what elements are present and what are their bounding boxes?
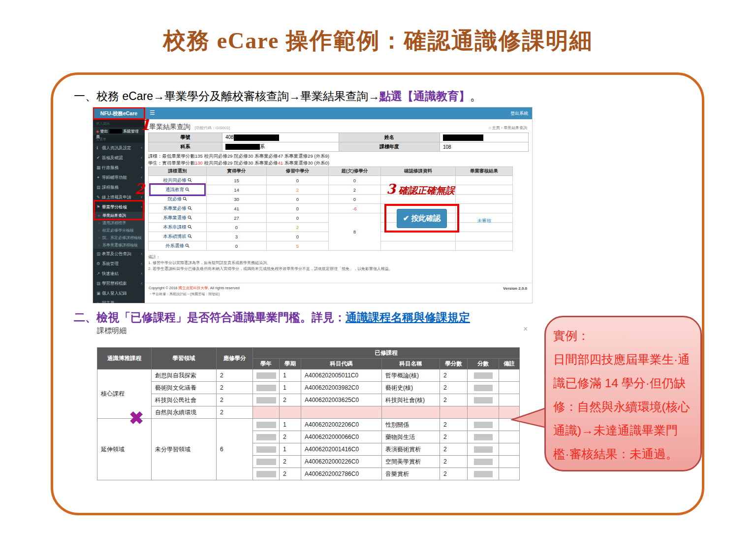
sidebar-item-system-admin[interactable]: ⚙系統管理‹: [93, 259, 145, 268]
category-link[interactable]: 外系選修: [149, 241, 207, 251]
sidebar-subitem-college-required[interactable]: ○院、系定必修課程檢核: [93, 234, 145, 241]
student-id-label: 學號: [149, 133, 222, 142]
circle-icon: ○: [98, 234, 102, 242]
annotation-red-box-brand: [93, 107, 145, 120]
callout-line: 檻·審核結果：未通過。: [553, 442, 700, 466]
course-name-cell: 科技與社會(核): [382, 394, 440, 406]
student-summary-line: 學生：實得畢業學分數130 校共同必修29 院必修30 系專業必修41 系專業選…: [148, 160, 329, 167]
course-name-cell: 音樂賞析: [382, 468, 440, 480]
semester-cell: 2: [280, 468, 301, 480]
sidebar-subitem-curriculum-standard[interactable]: ○適用課程標準: [93, 219, 145, 227]
sidebar-subitem-school-required[interactable]: ○校定必修學分檢核: [93, 227, 145, 234]
info-icon: ℹ: [96, 143, 102, 153]
category-link[interactable]: 本系非課標: [149, 223, 207, 232]
course-name-cell: 藥物與生活: [382, 431, 440, 443]
grid-icon: ▦: [96, 163, 102, 172]
sidebar-item-personal-info[interactable]: ℹ個人資訊及設定‹: [93, 143, 145, 153]
category-link[interactable]: 系專業選修: [149, 213, 207, 223]
link-icon: ↗: [96, 268, 102, 278]
table-row: 學號 408 姓名: [149, 133, 529, 142]
sidebar-item-label: 系統管理: [102, 261, 119, 266]
magnifier-icon: [188, 206, 192, 210]
redacted-year: [256, 446, 276, 453]
table-header-row: 課標選別 實得學分 修習中學分 超(欠)修學分 確認修課資料 畢業審核結果: [149, 167, 513, 176]
sidebar-item-label: 課程服務: [102, 185, 119, 190]
callout-line: 實例：: [553, 324, 700, 348]
course-code-cell: A4006202003982C0: [301, 382, 382, 394]
annotation-purple-box-general-education: [149, 183, 206, 196]
cell: [456, 176, 513, 185]
table-row: 延伸領域 未分學習領域 6 1 A4006202002206C0 性別關係 2: [97, 419, 520, 431]
year-cell: [253, 382, 280, 394]
redacted-year: [256, 385, 276, 391]
page-title: 校務 eCare 操作範例：確認通識修課明細: [0, 26, 756, 56]
semester-cell: 2: [280, 431, 301, 443]
sidebar-item-login-history[interactable]: ▣個人登入紀錄: [93, 288, 145, 298]
detail-panel-title: 課標明細: [97, 326, 126, 335]
cell: 2: [267, 223, 329, 232]
gear-icon: ⚙: [96, 259, 102, 268]
cell: [381, 232, 456, 241]
sidebar-item-admin-service[interactable]: ▦行政服務‹: [93, 163, 145, 172]
breadcrumb-home[interactable]: 主頁: [492, 126, 500, 130]
confirm-button[interactable]: ✔ 按此確認: [397, 209, 447, 228]
column-header: 修習中學分: [267, 167, 329, 176]
remark-cell: [499, 443, 520, 456]
hamburger-menu-icon[interactable]: ☰: [150, 109, 155, 116]
cell: 0: [267, 176, 329, 185]
table-row-missing-area: 自然與永續環境 2: [97, 406, 520, 419]
name-label: 姓名: [339, 133, 440, 142]
sidebar-item-sign-confirm[interactable]: ✔簽核及確認‹: [93, 153, 145, 163]
logout-system-button[interactable]: 登出系統: [510, 110, 528, 117]
sidebar-item-label: 回主頁: [102, 301, 115, 303]
step1-highlight: 點選【通識教育】: [379, 90, 470, 102]
status-dot-icon: ◉: [96, 130, 99, 133]
category-link[interactable]: 系專業必修: [149, 204, 207, 213]
course-name-cell: 哲學概論(核): [382, 369, 440, 382]
redacted-name: [443, 134, 483, 141]
required-credits-cell: 2: [217, 369, 253, 382]
step2-instruction: 二、檢視「已修課程」是否符合通識畢業門檻。詳見：通識課程名稱與修課規定: [74, 310, 470, 325]
redacted-score: [474, 471, 493, 477]
remark-cell: [499, 369, 520, 382]
sidebar-item-label: 個人登入紀錄: [102, 291, 127, 296]
cell: 5: [267, 241, 329, 251]
redacted-score: [474, 385, 493, 391]
regulation-link[interactable]: 通識課程名稱與修課規定: [346, 311, 470, 324]
year-cell: [253, 468, 280, 480]
score-cell: [468, 394, 499, 406]
curriculum-summary-line: 課標：最低畢業學分數135 校共同必修29 院必修30 系專業必修47 系專業選…: [148, 153, 329, 160]
sidebar-item-portfolio[interactable]: ▨學習歷程檔案‹: [93, 278, 145, 288]
redacted-score: [474, 422, 493, 428]
note-line: 1. 修習中學分以實際選課為準，如有疑問請至貴系或教學業務組洽詢。: [148, 260, 393, 266]
school-link[interactable]: 國立虎尾科技大學: [179, 286, 208, 290]
cell: [456, 204, 513, 213]
credits-cell: 2: [440, 431, 468, 443]
sidebar-item-forms[interactable]: ▥表單及公告查詢‹: [93, 249, 145, 259]
page-heading: 畢業結果查詢 [功能代碼：GIS001]: [149, 123, 230, 132]
cell: [456, 195, 513, 204]
tutorial-page: 校務 eCare 操作範例：確認通識修課明細 一、校務 eCare→畢業學分及離…: [0, 0, 756, 535]
sidebar-item-home[interactable]: ⌂回主頁: [93, 298, 145, 303]
category-link[interactable]: 本系碩博班: [149, 232, 207, 241]
notes: 備註： 1. 修習中學分以實際選課為準，如有疑問請至貴系或教學業務組洽詢。 2.…: [148, 254, 393, 272]
area-cell: 創思與自我探索: [152, 369, 217, 382]
student-info-table: 學號 408 姓名 科系 系 課標年度 108: [148, 133, 529, 152]
logout-row[interactable]: ◉ 登出 系統管理員: [93, 127, 145, 135]
close-icon[interactable]: ×: [523, 325, 528, 334]
screen-title: 畢業結果查詢: [149, 123, 190, 131]
platform-line: －平台維運：系統設計組～(飛騰雲端：開發組): [149, 292, 527, 297]
credits-cell: 2: [440, 369, 468, 382]
empty-missing-cell: [382, 406, 440, 419]
sidebar-subitem-dept-elective[interactable]: ○系專業選修課程檢核: [93, 241, 145, 249]
merged-over-cell: 8: [329, 213, 381, 251]
redacted-student-id: [234, 134, 279, 141]
cell: 14: [207, 185, 267, 195]
annotation-step-1: 1: [140, 116, 150, 134]
empty-missing-cell: [280, 406, 301, 419]
table-header-row: 通識博雅課程 學習領域 應修學分 已修課程: [97, 348, 520, 359]
magnifier-icon: [188, 225, 192, 229]
sidebar-item-label: 快速連結: [102, 271, 119, 276]
logout-label[interactable]: 登出: [100, 129, 108, 134]
sidebar-item-quick-links[interactable]: ↗快速連結‹: [93, 268, 145, 278]
